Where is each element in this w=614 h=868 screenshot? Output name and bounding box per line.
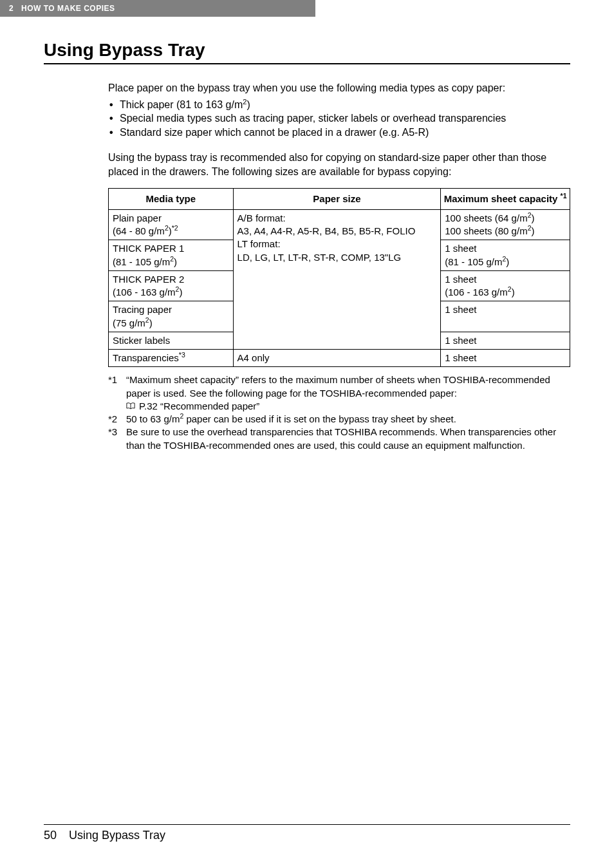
breadcrumb-num: 2 — [9, 4, 14, 13]
th-media: Media type — [109, 188, 234, 209]
th-capacity: Maximum sheet capacity *1 — [441, 188, 570, 209]
media-cell: Transparencies*3 — [109, 350, 234, 367]
list-item: Thick paper (81 to 163 g/m2) — [108, 98, 570, 112]
size-cell: A4 only — [233, 350, 441, 367]
media-cell: Sticker labels — [109, 332, 234, 349]
footnote-1: *1 “Maximum sheet capacity” refers to th… — [108, 373, 570, 413]
media-cell: THICK PAPER 1 (81 - 105 g/m2) — [109, 240, 234, 271]
footnote-2: *2 50 to 63 g/m2 paper can be used if it… — [108, 413, 570, 426]
intro-text: Place paper on the bypass tray when you … — [108, 81, 570, 95]
capacity-cell: 1 sheet — [441, 301, 570, 332]
capacity-cell: 1 sheet — [441, 350, 570, 367]
page-footer: 50 Using Bypass Tray — [0, 824, 614, 868]
list-item: Standard size paper which cannot be plac… — [108, 126, 570, 140]
table-row: Plain paper (64 - 80 g/m2)*2 A/B format:… — [109, 209, 570, 240]
th-size: Paper size — [233, 188, 441, 209]
capacity-cell: 1 sheet — [441, 332, 570, 349]
table-row: Transparencies*3 A4 only 1 sheet — [109, 350, 570, 367]
media-cell: THICK PAPER 2 (106 - 163 g/m2) — [109, 270, 234, 301]
para2: Using the bypass tray is recommended als… — [108, 151, 570, 178]
list-item: Special media types such as tracing pape… — [108, 111, 570, 126]
page-title: Using Bypass Tray — [44, 40, 614, 61]
book-icon — [126, 400, 136, 413]
capacity-cell: 100 sheets (64 g/m2) 100 sheets (80 g/m2… — [441, 209, 570, 240]
breadcrumb: 2 HOW TO MAKE COPIES — [0, 0, 315, 17]
content-area: Place paper on the bypass tray when you … — [44, 64, 570, 452]
paper-table: Media type Paper size Maximum sheet capa… — [108, 188, 570, 368]
page-number: 50 — [44, 829, 57, 842]
footnote-ref-link[interactable]: P.32 “Recommended paper” — [139, 400, 259, 413]
capacity-cell: 1 sheet (106 - 163 g/m2) — [441, 270, 570, 301]
footnote-3: *3 Be sure to use the overhead transpare… — [108, 426, 570, 452]
media-cell: Tracing paper (75 g/m2) — [109, 301, 234, 332]
breadcrumb-label: HOW TO MAKE COPIES — [21, 4, 115, 13]
bullet-list: Thick paper (81 to 163 g/m2) Special med… — [108, 98, 570, 140]
footnotes: *1 “Maximum sheet capacity” refers to th… — [108, 373, 570, 452]
footer-label: Using Bypass Tray — [69, 829, 165, 842]
capacity-cell: 1 sheet (81 - 105 g/m2) — [441, 240, 570, 271]
size-cell: A/B format: A3, A4, A4-R, A5-R, B4, B5, … — [233, 209, 441, 349]
media-cell: Plain paper (64 - 80 g/m2)*2 — [109, 209, 234, 240]
